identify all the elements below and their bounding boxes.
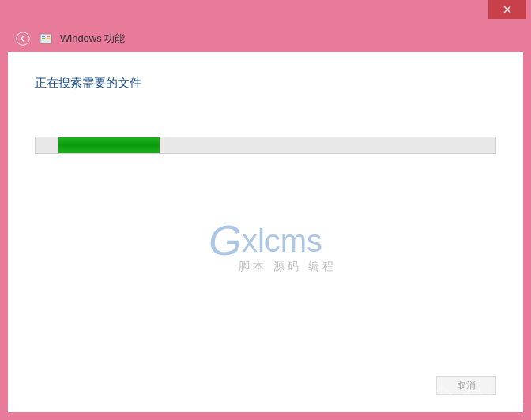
back-button[interactable] (14, 30, 32, 47)
app-icon (40, 32, 52, 45)
progress-fill (58, 137, 160, 153)
watermark: Gxlcms 脚本 源码 编程 (194, 216, 337, 274)
svg-point-2 (17, 32, 30, 46)
watermark-tagline: 脚本 源码 编程 (194, 260, 337, 274)
svg-rect-6 (47, 36, 50, 37)
status-text: 正在搜索需要的文件 (35, 76, 496, 91)
progress-bar (35, 137, 496, 154)
svg-rect-4 (42, 36, 45, 37)
close-icon (503, 6, 511, 13)
cancel-button[interactable]: 取消 (436, 376, 496, 395)
window-frame: Windows 功能 正在搜索需要的文件 Gxlcms 脚本 源码 编程 取消 … (0, 0, 531, 420)
titlebar (0, 0, 531, 25)
svg-rect-5 (42, 38, 45, 39)
window-title: Windows 功能 (60, 32, 125, 46)
back-arrow-icon (16, 32, 30, 46)
header-row: Windows 功能 (0, 25, 531, 52)
windows-features-icon (40, 32, 52, 45)
close-button[interactable] (488, 0, 526, 19)
watermark-brand: Gxlcms (194, 216, 337, 264)
content-area: 正在搜索需要的文件 Gxlcms 脚本 源码 编程 取消 (8, 52, 523, 412)
svg-rect-7 (47, 38, 50, 39)
